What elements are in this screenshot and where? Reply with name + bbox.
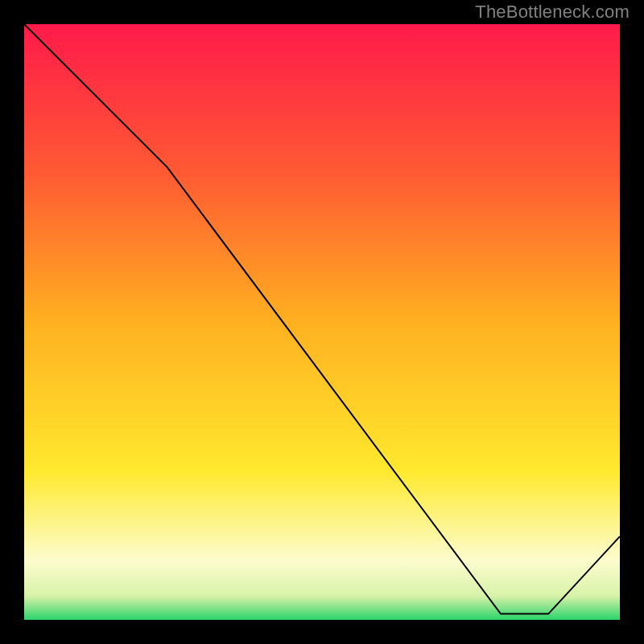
chart-frame: TheBottleneck.com: [0, 0, 644, 644]
attribution-text: TheBottleneck.com: [475, 2, 630, 23]
plot-area: [24, 24, 620, 620]
chart-svg: [24, 24, 620, 620]
